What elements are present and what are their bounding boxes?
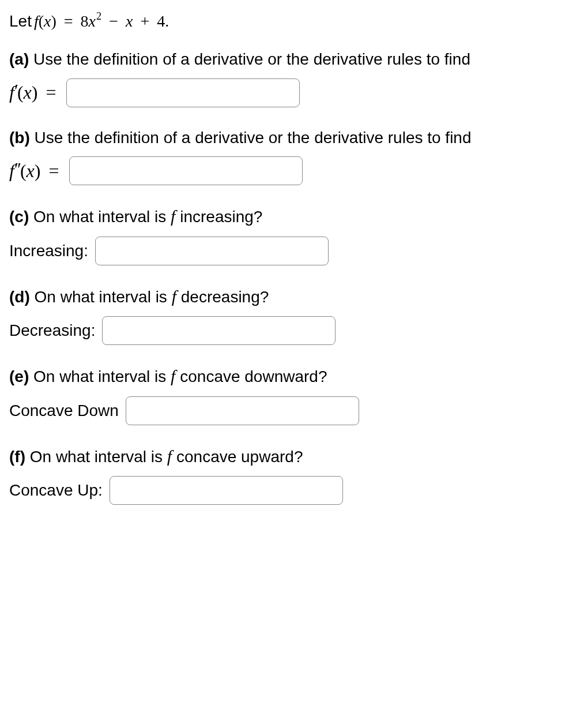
part-d-f: f [172,287,176,306]
intro-expression: f(x) = 8x2 − x + 4. [34,10,169,32]
part-b-close: ) [35,160,41,181]
part-d-text2: decreasing? [176,288,269,306]
part-d-answer-row: Decreasing: [9,316,579,345]
intro-plus: + [137,12,153,30]
part-b-eq: = [45,160,62,181]
part-b-lhs: f′′(x) = [9,159,62,183]
intro-line: Let f(x) = 8x2 − x + 4. [9,10,579,32]
part-b-open: ( [20,160,27,181]
intro-xsq: x [89,12,96,30]
part-c-input[interactable] [95,237,329,265]
part-a-answer-row: f′(x) = [9,78,579,107]
intro-coef1: 8 [81,12,89,30]
part-e: (e) On what interval is f concave downwa… [9,365,579,425]
intro-close: ) [51,12,56,30]
intro-pow: 2 [96,10,101,22]
part-c-text2: increasing? [175,208,262,226]
part-a-text: Use the definition of a derivative or th… [29,50,470,68]
intro-f: f [34,12,39,30]
part-f: (f) On what interval is f concave upward… [9,445,579,505]
part-b-x: x [27,160,35,181]
part-b: (b) Use the definition of a derivative o… [9,127,579,186]
part-e-input[interactable] [126,396,359,425]
intro-minus: − [105,12,122,30]
part-f-answer-row: Concave Up: [9,476,579,505]
part-e-text2: concave downward? [175,368,327,385]
part-b-label: (b) [9,129,30,147]
part-c-question: (c) On what interval is f increasing? [9,205,579,228]
part-d-text1: On what interval is [30,288,172,306]
part-a: (a) Use the definition of a derivative o… [9,48,579,107]
part-a-question: (a) Use the definition of a derivative o… [9,48,579,70]
part-c-text1: On what interval is [29,208,171,226]
problem-page: Let f(x) = 8x2 − x + 4. (a) Use the defi… [0,0,588,548]
part-d-input[interactable] [102,316,336,345]
part-a-eq: = [42,82,59,103]
part-b-text: Use the definition of a derivative or th… [30,129,472,147]
part-f-answer-label: Concave Up: [9,479,103,501]
part-b-prime: ′′ [14,159,20,179]
intro-period: . [165,12,169,30]
part-e-answer-label: Concave Down [9,400,119,422]
part-a-lhs: f′(x) = [9,80,59,105]
intro-x: x [44,12,51,30]
part-a-x: x [24,82,32,103]
part-b-f: f [9,160,14,181]
intro-let: Let [9,10,32,32]
part-c-label: (c) [9,208,29,226]
part-a-open: ( [17,82,24,103]
part-b-input[interactable] [69,156,303,185]
intro-open: ( [39,12,44,30]
part-f-input[interactable] [110,476,343,505]
part-e-question: (e) On what interval is f concave downwa… [9,365,579,388]
part-c-answer-label: Increasing: [9,240,88,262]
part-f-f: f [167,447,172,466]
part-e-answer-row: Concave Down [9,396,579,425]
part-e-label: (e) [9,368,29,385]
part-d-question: (d) On what interval is f decreasing? [9,285,579,309]
part-a-label: (a) [9,50,29,68]
part-c: (c) On what interval is f increasing? In… [9,205,579,265]
part-e-text1: On what interval is [29,368,171,385]
part-a-input[interactable] [66,78,300,107]
part-f-text1: On what interval is [25,448,167,466]
part-a-f: f [9,82,14,103]
part-b-answer-row: f′′(x) = [9,156,579,185]
part-d: (d) On what interval is f decreasing? De… [9,285,579,346]
part-f-label: (f) [9,448,25,466]
intro-const: 4 [157,12,165,30]
part-c-answer-row: Increasing: [9,237,579,265]
part-f-question: (f) On what interval is f concave upward… [9,445,579,468]
intro-x2: x [126,12,133,30]
part-f-text2: concave upward? [172,448,303,466]
part-b-question: (b) Use the definition of a derivative o… [9,127,579,149]
part-d-answer-label: Decreasing: [9,320,95,342]
part-a-close: ) [32,82,38,103]
part-a-prime: ′ [14,80,17,101]
part-d-label: (d) [9,288,30,306]
intro-eq: = [61,12,77,30]
